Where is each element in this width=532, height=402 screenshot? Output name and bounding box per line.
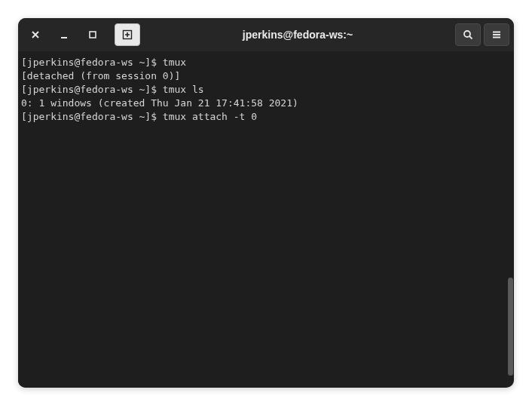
line-text: tmux: [163, 57, 186, 68]
prompt: [jperkins@fedora-ws ~]$: [21, 84, 163, 95]
new-tab-icon: [122, 29, 133, 40]
window-title: jperkins@fedora-ws:~: [143, 29, 452, 41]
maximize-icon: [88, 30, 97, 39]
close-icon: [31, 30, 40, 39]
menu-icon: [491, 29, 502, 40]
terminal-output[interactable]: [jperkins@fedora-ws ~]$ tmux[detached (f…: [18, 51, 506, 388]
terminal-area: [jperkins@fedora-ws ~]$ tmux[detached (f…: [18, 51, 514, 388]
maximize-button[interactable]: [80, 23, 105, 46]
terminal-window: jperkins@fedora-ws:~ [jperkins@fedora-ws…: [18, 18, 514, 388]
terminal-line: [jperkins@fedora-ws ~]$ tmux: [21, 56, 503, 69]
menu-button[interactable]: [484, 23, 509, 46]
line-text: [detached (from session 0)]: [21, 70, 180, 81]
prompt: [jperkins@fedora-ws ~]$: [21, 111, 163, 122]
svg-rect-0: [61, 37, 67, 38]
line-text: tmux attach -t 0: [163, 111, 257, 122]
titlebar-left: [23, 23, 140, 46]
new-tab-button[interactable]: [115, 23, 140, 46]
terminal-line: [detached (from session 0)]: [21, 69, 503, 83]
search-icon: [463, 29, 473, 40]
minimize-icon: [60, 30, 69, 39]
scrollbar[interactable]: [506, 51, 514, 388]
line-text: tmux ls: [163, 84, 204, 95]
prompt: [jperkins@fedora-ws ~]$: [21, 57, 163, 68]
titlebar: jperkins@fedora-ws:~: [18, 18, 514, 51]
terminal-line: 0: 1 windows (created Thu Jan 21 17:41:5…: [21, 97, 503, 110]
terminal-line: [jperkins@fedora-ws ~]$ tmux ls: [21, 83, 503, 97]
terminal-line: [jperkins@fedora-ws ~]$ tmux attach -t 0: [21, 110, 503, 124]
svg-rect-1: [90, 32, 96, 38]
line-text: 0: 1 windows (created Thu Jan 21 17:41:5…: [21, 97, 298, 109]
search-button[interactable]: [455, 23, 481, 46]
svg-point-3: [464, 31, 470, 37]
minimize-button[interactable]: [51, 23, 77, 46]
close-button[interactable]: [23, 23, 48, 46]
scrollbar-thumb[interactable]: [508, 278, 513, 376]
titlebar-right: [455, 23, 509, 46]
